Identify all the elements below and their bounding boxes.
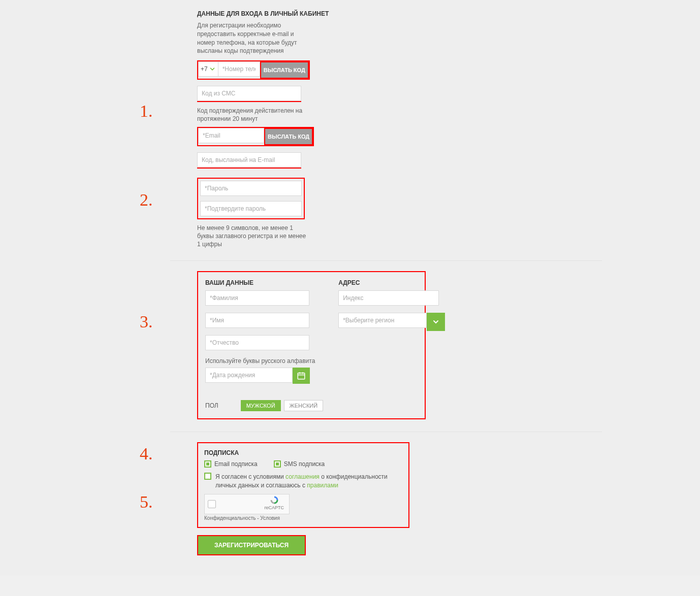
region-dropdown-button[interactable] xyxy=(427,313,445,331)
phone-input[interactable] xyxy=(218,61,260,77)
register-button[interactable]: ЗАРЕГИСТРИРОВАТЬСЯ xyxy=(198,536,305,554)
section1-intro: Для регистрации необходимо предоставить … xyxy=(197,21,304,55)
recaptcha-icon xyxy=(270,495,279,505)
code-validity-hint: Код подтверждения действителен на протяж… xyxy=(197,107,304,123)
email-sub-checkbox[interactable] xyxy=(204,460,211,468)
index-input[interactable] xyxy=(338,290,439,306)
chevron-down-icon xyxy=(432,318,440,326)
region-select[interactable] xyxy=(338,313,427,328)
patronymic-input[interactable] xyxy=(205,335,309,350)
subscription-title: ПОДПИСКА xyxy=(204,449,402,456)
address-title: АДРЕС xyxy=(338,279,445,286)
calendar-icon xyxy=(297,371,306,380)
agree-checkbox[interactable] xyxy=(204,473,211,480)
your-data-title: ВАШИ ДАННЫЕ xyxy=(205,279,323,286)
email-input[interactable] xyxy=(198,128,264,143)
sms-sub-label: SMS подписка xyxy=(284,460,325,468)
annotation-5: 5. xyxy=(140,492,153,512)
confirm-password-input[interactable] xyxy=(200,201,302,216)
email-code-input[interactable] xyxy=(197,152,301,168)
agreement-link[interactable]: соглашения xyxy=(285,473,320,480)
annotation-1: 1. xyxy=(140,102,153,121)
annotation-2: 2. xyxy=(140,190,153,210)
email-sub-label: Email подписка xyxy=(214,460,258,468)
gender-female-button[interactable]: ЖЕНСКИЙ xyxy=(284,400,324,411)
gender-label: ПОЛ xyxy=(205,402,218,409)
annotation-3: 3. xyxy=(140,312,153,332)
sms-sub-checkbox[interactable] xyxy=(274,460,281,468)
section1-title: ДАННЫЕ ДЛЯ ВХОДА В ЛИЧНЫЙ КАБИНЕТ xyxy=(197,10,602,17)
agree-text: Я согласен с условиями соглашения о конф… xyxy=(215,473,402,490)
password-group xyxy=(197,178,305,219)
sms-code-input[interactable] xyxy=(197,86,301,101)
country-code-value: +7 xyxy=(201,65,208,73)
password-hint: Не менее 9 символов, не менее 1 буквы за… xyxy=(197,224,309,248)
recaptcha-widget: reCAPTC xyxy=(204,494,290,514)
alphabet-hint: Используйте буквы русского алфавита xyxy=(205,357,323,365)
recaptcha-legal: Конфиденциальность - Условия xyxy=(204,515,402,521)
recaptcha-checkbox[interactable] xyxy=(208,500,216,508)
gender-male-button[interactable]: МУЖСКОЙ xyxy=(241,400,281,411)
chevron-down-icon xyxy=(209,65,216,73)
calendar-button[interactable] xyxy=(293,368,310,384)
svg-rect-0 xyxy=(298,373,305,379)
send-email-code-button[interactable]: ВЫСЛАТЬ КОД xyxy=(265,129,312,144)
rules-link[interactable]: правилами xyxy=(307,482,338,489)
country-code-select[interactable]: +7 xyxy=(198,61,218,77)
send-sms-code-button[interactable]: ВЫСЛАТЬ КОД xyxy=(261,62,308,78)
firstname-input[interactable] xyxy=(205,313,309,328)
surname-input[interactable] xyxy=(205,290,309,306)
recaptcha-brand: reCAPTC xyxy=(264,505,284,510)
annotation-4: 4. xyxy=(140,444,153,463)
dob-input[interactable] xyxy=(205,368,293,383)
password-input[interactable] xyxy=(200,181,302,196)
